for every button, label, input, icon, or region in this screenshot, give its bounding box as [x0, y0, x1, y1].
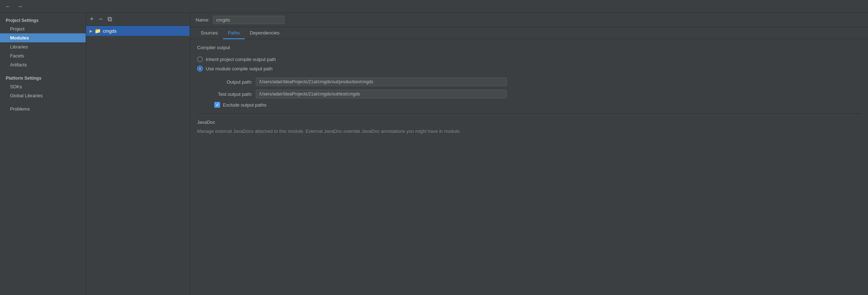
- exclude-paths-checkbox[interactable]: [214, 102, 220, 108]
- content-body: Compiler output Inherit project compile …: [190, 39, 868, 295]
- tab-dependencies[interactable]: Dependencies: [245, 27, 285, 39]
- radio-use-module-label: Use module compile output path: [206, 66, 272, 71]
- module-item-cmgds[interactable]: ▶ 📁 cmgds: [86, 26, 190, 36]
- sidebar-item-artifacts[interactable]: Artifacts: [0, 60, 86, 69]
- content-area: Name: cmgds Sources Paths Dependencies C…: [190, 13, 868, 295]
- exclude-paths-row[interactable]: Exclude output paths: [214, 102, 861, 108]
- compiler-output-title: Compiler output: [197, 45, 861, 50]
- sidebar-spacer: [0, 69, 86, 74]
- sidebar-item-facets[interactable]: Facets: [0, 51, 86, 60]
- add-module-button[interactable]: +: [88, 15, 96, 24]
- module-name-label: cmgds: [103, 28, 116, 34]
- sidebar-item-sdks[interactable]: SDKs: [0, 82, 86, 91]
- project-settings-title: Project Settings: [0, 16, 86, 24]
- javadoc-title: JavaDoc: [197, 120, 861, 125]
- module-expand-arrow: ▶: [90, 29, 92, 33]
- back-button[interactable]: ←: [3, 3, 13, 10]
- copy-module-button[interactable]: ⧉: [106, 15, 114, 24]
- platform-settings-title: Platform Settings: [0, 74, 86, 82]
- sidebar-spacer-2: [0, 100, 86, 104]
- radio-inherit-option[interactable]: Inherit project compile output path: [197, 55, 861, 64]
- test-output-path-label: Test output path:: [206, 92, 252, 97]
- tab-paths[interactable]: Paths: [223, 27, 245, 39]
- radio-inherit-label: Inherit project compile output path: [206, 57, 276, 62]
- tab-sources[interactable]: Sources: [196, 27, 223, 39]
- radio-inherit-circle: [197, 56, 203, 62]
- forward-button[interactable]: →: [15, 3, 25, 10]
- output-path-input[interactable]: [256, 78, 507, 86]
- sidebar-item-libraries[interactable]: Libraries: [0, 42, 86, 51]
- exclude-paths-label: Exclude output paths: [223, 102, 266, 108]
- test-output-path-input[interactable]: [256, 90, 507, 98]
- main-layout: Project Settings Project Modules Librari…: [0, 13, 868, 295]
- radio-use-module-option[interactable]: Use module compile output path: [197, 64, 861, 73]
- module-panel: + − ⧉ ▶ 📁 cmgds: [86, 13, 190, 295]
- sidebar-item-global-libraries[interactable]: Global Libraries: [0, 91, 86, 100]
- radio-use-module-circle: [197, 66, 203, 71]
- output-path-label: Output path:: [206, 79, 252, 85]
- radio-group: Inherit project compile output path Use …: [197, 55, 861, 73]
- javadoc-desc: Manage external JavaDocs attached to thi…: [197, 128, 861, 135]
- toolbar: ← →: [0, 0, 868, 13]
- module-list: ▶ 📁 cmgds: [86, 26, 190, 295]
- remove-module-button[interactable]: −: [97, 15, 105, 24]
- sidebar-item-project[interactable]: Project: [0, 24, 86, 33]
- sidebar: Project Settings Project Modules Librari…: [0, 13, 86, 295]
- section-divider: [197, 113, 861, 114]
- tabs-row: Sources Paths Dependencies: [190, 27, 868, 39]
- output-path-row: Output path:: [206, 78, 861, 86]
- sidebar-item-modules[interactable]: Modules: [0, 33, 86, 42]
- name-row: Name: cmgds: [190, 13, 868, 27]
- module-folder-icon: 📁: [95, 28, 101, 34]
- module-toolbar: + − ⧉: [86, 13, 190, 26]
- sidebar-item-problems[interactable]: Problems: [0, 104, 86, 113]
- name-label: Name:: [196, 17, 209, 23]
- test-output-path-row: Test output path:: [206, 90, 861, 98]
- name-value: cmgds: [213, 16, 285, 24]
